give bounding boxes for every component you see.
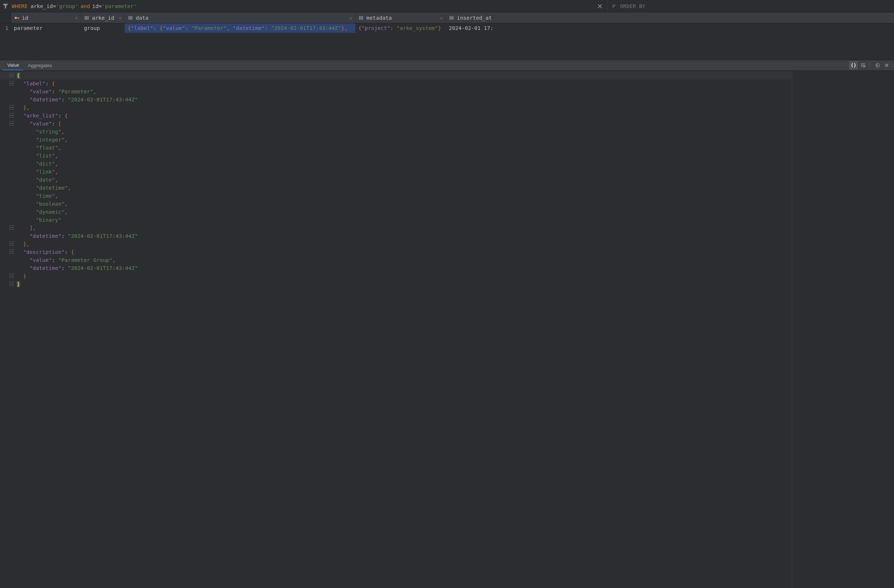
- key-column-icon: [14, 15, 20, 21]
- filter-icon: [2, 3, 9, 9]
- column-header-arke-id[interactable]: arke_id ◇: [81, 12, 125, 23]
- column-header-inserted-at[interactable]: inserted_at: [446, 12, 493, 23]
- svg-rect-14: [453, 16, 453, 20]
- tab-value[interactable]: Value: [3, 60, 23, 70]
- cell-inserted-at[interactable]: 2024-02-01 17:4: [446, 23, 493, 33]
- svg-rect-13: [451, 16, 452, 20]
- column-icon: [358, 15, 364, 21]
- cell-id[interactable]: parameter: [11, 23, 81, 33]
- column-icon: [449, 15, 455, 21]
- json-sidebar: [792, 71, 894, 588]
- svg-rect-8: [131, 16, 133, 20]
- sort-handle-icon: ◇: [350, 15, 352, 20]
- rownum-gutter: [0, 12, 11, 23]
- table-row[interactable]: 1 parameter group {"label": {"value": "P…: [0, 23, 894, 33]
- table-body: 1 parameter group {"label": {"value": "P…: [0, 23, 894, 60]
- svg-rect-9: [359, 16, 360, 20]
- row-number: 1: [0, 23, 11, 33]
- svg-rect-11: [362, 16, 363, 20]
- svg-rect-3: [85, 16, 86, 20]
- json-viewer-panel: { "label": { "value": "Parameter", "date…: [0, 71, 894, 588]
- sort-handle-icon: ◇: [440, 15, 442, 20]
- where-clause-input[interactable]: WHERE arke_id='group' and id='parameter': [12, 0, 593, 12]
- table-header: id ◇ arke_id ◇ data ◇ metadata ◇ inserte…: [0, 12, 894, 23]
- detail-tabs: Value Aggregates: [0, 60, 894, 71]
- sort-icon: [611, 3, 617, 9]
- svg-rect-6: [128, 16, 130, 20]
- filter-bar: WHERE arke_id='group' and id='parameter'…: [0, 0, 894, 12]
- json-view-button[interactable]: [849, 61, 858, 70]
- column-header-metadata[interactable]: metadata ◇: [355, 12, 446, 23]
- close-panel-button[interactable]: [882, 61, 891, 70]
- wrap-text-button[interactable]: [859, 61, 867, 70]
- sort-handle-icon: ◇: [75, 15, 78, 20]
- svg-rect-5: [88, 16, 89, 20]
- json-viewer[interactable]: { "label": { "value": "Parameter", "date…: [0, 71, 792, 588]
- svg-rect-12: [450, 16, 451, 20]
- settings-button[interactable]: [873, 61, 882, 70]
- cell-arke-id[interactable]: group: [81, 23, 125, 33]
- where-keyword: WHERE: [12, 3, 28, 9]
- svg-rect-2: [18, 18, 19, 19]
- svg-rect-7: [130, 16, 131, 20]
- orderby-input[interactable]: ORDER BY: [607, 0, 892, 12]
- sort-handle-icon: ◇: [119, 15, 121, 20]
- svg-rect-4: [86, 16, 87, 20]
- tab-aggregates[interactable]: Aggregates: [23, 60, 57, 70]
- svg-rect-10: [361, 16, 362, 20]
- column-icon: [128, 15, 134, 21]
- cell-data[interactable]: {"label": {"value": "Parameter", "dateti…: [125, 23, 355, 33]
- column-header-data[interactable]: data ◇: [125, 12, 355, 23]
- cell-metadata[interactable]: {"project": "arke_system"}: [355, 23, 446, 33]
- column-header-id[interactable]: id ◇: [11, 12, 81, 23]
- column-icon: [84, 15, 90, 21]
- clear-filter-icon[interactable]: [596, 3, 604, 10]
